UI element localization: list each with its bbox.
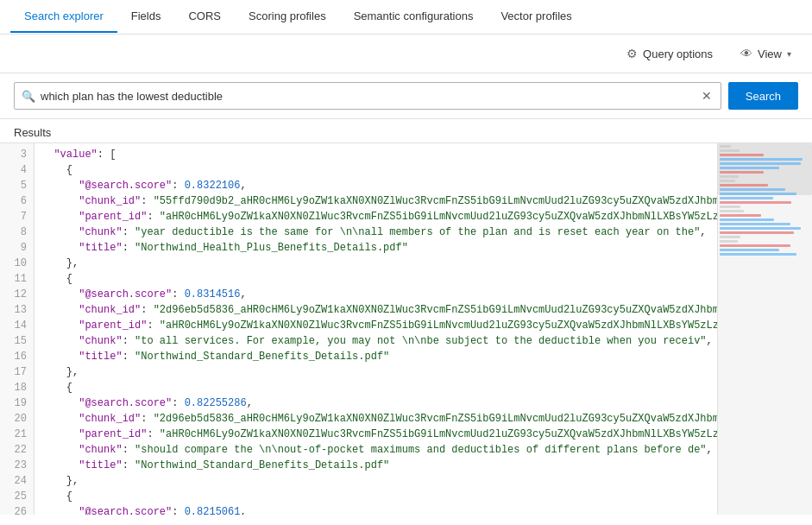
json-line: "chunk": "should compare the \n\nout-of-… <box>41 442 710 458</box>
json-line: "chunk": "year deductible is the same fo… <box>41 225 710 240</box>
json-line: "parent_id": "aHR0cHM6Ly9oZW1kaXN0XN0ZlW… <box>41 427 710 442</box>
json-line: "@search.score": 0.82255286, <box>41 395 710 411</box>
json-line: }, <box>41 364 710 380</box>
tab-fields[interactable]: Fields <box>117 1 175 33</box>
json-line: "value": [ <box>41 147 710 162</box>
view-button[interactable]: 👁 View ▾ <box>733 43 798 64</box>
chevron-down-icon: ▾ <box>787 49 791 59</box>
json-line: { <box>41 380 710 395</box>
tab-vector-profiles[interactable]: Vector profiles <box>487 1 585 33</box>
json-line: "chunk_id": "2d96eb5d5836_aHR0cHM6Ly9oZW… <box>41 302 710 318</box>
gear-icon: ⚙ <box>626 47 638 60</box>
json-line: "@search.score": 0.8314516, <box>41 287 710 302</box>
json-line: "@search.score": 0.8215061, <box>41 504 710 515</box>
json-line: "chunk_id": "2d96eb5d5836_aHR0cHM6Ly9oZW… <box>41 411 710 427</box>
json-line: "title": "Northwind_Standard_Benefits_De… <box>41 349 710 364</box>
json-line: { <box>41 489 710 504</box>
tab-semantic-configurations[interactable]: Semantic configurations <box>340 1 488 33</box>
json-line: "parent_id": "aHR0cHM6Ly9oZW1kaXN0XN0ZlW… <box>41 318 710 333</box>
tab-search-explorer[interactable]: Search explorer <box>10 1 117 33</box>
minimap <box>717 143 812 515</box>
json-line: { <box>41 271 710 287</box>
search-icon: 🔍 <box>22 90 35 103</box>
json-line: }, <box>41 473 710 489</box>
tab-scoring-profiles[interactable]: Scoring profiles <box>235 1 340 33</box>
search-button[interactable]: Search <box>728 82 798 110</box>
toolbar: ⚙ Query options 👁 View ▾ <box>0 35 812 73</box>
search-input-wrap: 🔍 ✕ <box>14 82 721 110</box>
json-line: "@search.score": 0.8322106, <box>41 178 710 193</box>
json-content[interactable]: "value": [ { "@search.score": 0.8322106,… <box>35 143 717 515</box>
json-line: "parent_id": "aHR0cHM6Ly9oZW1kaXN0XN0ZlW… <box>41 209 710 225</box>
json-line: { <box>41 162 710 178</box>
json-line: }, <box>41 256 710 271</box>
json-line: "chunk": "to all services. For example, … <box>41 333 710 349</box>
eye-icon: 👁 <box>740 47 752 60</box>
results-label: Results <box>0 119 812 142</box>
search-bar: 🔍 ✕ Search <box>0 73 812 119</box>
json-line: "chunk_id": "55ffd790d9b2_aHR0cHM6Ly9oZW… <box>41 193 710 209</box>
json-line: "title": "Northwind_Standard_Benefits_De… <box>41 458 710 473</box>
query-options-button[interactable]: ⚙ Query options <box>620 43 720 64</box>
minimap-content <box>718 143 812 258</box>
nav-tabs: Search explorer Fields CORS Scoring prof… <box>0 0 812 35</box>
line-numbers: 3456789101112131415161718192021222324252… <box>0 143 35 515</box>
clear-button[interactable]: ✕ <box>700 89 714 103</box>
view-label: View <box>758 47 782 60</box>
query-options-label: Query options <box>643 47 713 60</box>
search-input[interactable] <box>41 90 700 103</box>
tab-cors[interactable]: CORS <box>174 1 235 33</box>
json-line: "title": "Northwind_Health_Plus_Benefits… <box>41 240 710 256</box>
json-viewer: 3456789101112131415161718192021222324252… <box>0 142 812 515</box>
